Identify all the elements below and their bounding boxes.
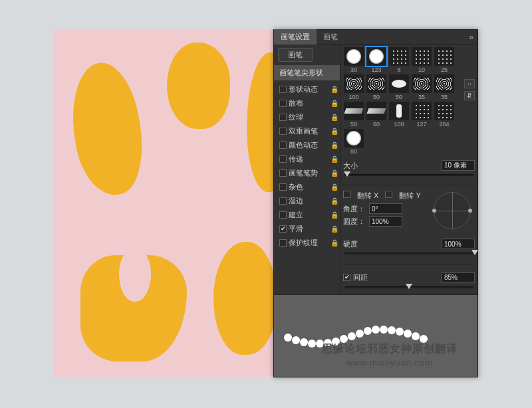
- spacing-label: 间距: [353, 272, 368, 282]
- brush-thumbnail[interactable]: 50: [343, 102, 364, 128]
- option-checkbox[interactable]: [279, 155, 287, 163]
- option-checkbox[interactable]: [279, 114, 287, 121]
- brush-thumbnail[interactable]: 50: [366, 74, 387, 100]
- hardness-slider[interactable]: [343, 249, 475, 260]
- option-label[interactable]: 湿边: [289, 196, 329, 206]
- brush-thumbnail[interactable]: 30: [343, 47, 364, 73]
- hardness-label: 硬度: [343, 239, 358, 249]
- option-label[interactable]: 形状动态: [289, 84, 329, 94]
- lock-icon[interactable]: 🔒: [331, 239, 338, 247]
- brush-thumbnail[interactable]: 80: [343, 129, 364, 155]
- tab-brush-settings[interactable]: 画笔设置: [274, 29, 317, 45]
- spacing-slider[interactable]: [343, 283, 475, 294]
- lock-icon[interactable]: 🔒: [331, 155, 338, 163]
- artwork-shape: [65, 58, 150, 199]
- brush-thumbnail[interactable]: 284: [434, 102, 455, 128]
- brush-thumbnail[interactable]: 8: [388, 47, 410, 73]
- option-checkbox[interactable]: [279, 183, 287, 191]
- lock-icon[interactable]: 🔒: [331, 183, 338, 191]
- lock-icon[interactable]: 🔒: [331, 142, 338, 149]
- angle-label: 角度：: [343, 204, 365, 214]
- option-label[interactable]: 散布: [289, 98, 329, 108]
- option-checkbox[interactable]: [279, 169, 287, 177]
- artwork-shape: [213, 242, 277, 355]
- panel-tabs: 画笔设置 画笔 »: [274, 30, 477, 45]
- option-label[interactable]: 杂色: [289, 182, 329, 192]
- brush-presets-button[interactable]: 画笔: [278, 48, 313, 62]
- spacing-input[interactable]: [442, 272, 475, 283]
- angle-input[interactable]: [369, 203, 402, 214]
- option-label[interactable]: 建立: [289, 210, 329, 220]
- brush-thumbnail[interactable]: 123: [366, 47, 387, 73]
- flip-y-label: 翻转 Y: [399, 191, 420, 201]
- artwork-shape: [167, 43, 230, 129]
- option-checkbox[interactable]: [279, 128, 287, 135]
- option-label[interactable]: 双重画笔: [289, 126, 329, 136]
- option-label[interactable]: 纹理: [289, 112, 329, 122]
- reset-size-icon[interactable]: ↔: [464, 79, 475, 88]
- brush-thumbnail[interactable]: 50: [388, 74, 410, 100]
- brush-settings-panel: 画笔设置 画笔 » 画笔 画笔笔尖形状 形状动态🔒散布🔒纹理🔒双重画笔🔒颜色动态…: [273, 29, 478, 377]
- brush-thumbnail[interactable]: 25: [434, 47, 455, 73]
- size-label: 大小: [343, 161, 358, 171]
- option-checkbox[interactable]: [279, 100, 287, 107]
- roundness-label: 圆度：: [343, 217, 365, 227]
- brush-thumbnail[interactable]: 35: [411, 74, 432, 100]
- flip-x-checkbox[interactable]: [343, 191, 350, 198]
- option-label[interactable]: 颜色动态: [289, 140, 329, 150]
- lock-icon[interactable]: 🔒: [331, 225, 338, 233]
- lock-icon[interactable]: 🔒: [331, 169, 338, 177]
- size-slider[interactable]: [343, 171, 475, 182]
- option-checkbox[interactable]: [279, 239, 287, 247]
- roundness-input[interactable]: [369, 216, 402, 227]
- option-label[interactable]: 画笔笔势: [289, 168, 329, 178]
- option-checkbox[interactable]: [279, 197, 287, 205]
- flip-x-label: 翻转 X: [357, 191, 378, 201]
- lock-icon[interactable]: 🔒: [331, 128, 338, 135]
- option-checkbox[interactable]: [279, 86, 287, 93]
- brush-preview: 思缘论坛邪恶女神原创翻译 www.missyuan.com: [274, 294, 477, 377]
- brush-thumbnail[interactable]: 100: [343, 74, 364, 100]
- option-checkbox[interactable]: [279, 225, 287, 233]
- option-label[interactable]: 保护纹理: [289, 238, 329, 248]
- flip-icon[interactable]: ⇵: [464, 91, 475, 100]
- lock-icon[interactable]: 🔒: [331, 197, 338, 205]
- flip-y-checkbox[interactable]: [385, 191, 392, 198]
- option-label[interactable]: 平滑: [289, 224, 329, 234]
- brush-thumbnail[interactable]: 127: [411, 102, 432, 128]
- option-checkbox[interactable]: [279, 211, 287, 219]
- brush-thumbnail[interactable]: 35: [434, 74, 455, 100]
- lock-icon[interactable]: 🔒: [331, 211, 338, 219]
- size-input[interactable]: [442, 160, 475, 171]
- watermark: 思缘论坛邪恶女神原创翻译 www.missyuan.com: [322, 342, 458, 367]
- options-column: 画笔 画笔笔尖形状 形状动态🔒散布🔒纹理🔒双重画笔🔒颜色动态🔒传递🔒画笔笔势🔒杂…: [274, 45, 340, 297]
- option-label[interactable]: 传递: [289, 154, 329, 164]
- collapse-icon[interactable]: »: [465, 33, 477, 42]
- brush-thumbnail[interactable]: 100: [388, 102, 410, 128]
- settings-column: 301238102510050503535506010012728480 ↔ ⇵…: [340, 45, 477, 297]
- brush-thumbnail[interactable]: 60: [366, 102, 387, 128]
- option-checkbox[interactable]: [279, 142, 287, 149]
- lock-icon[interactable]: 🔒: [331, 114, 338, 121]
- hardness-input[interactable]: [442, 239, 475, 249]
- lock-icon[interactable]: 🔒: [331, 100, 338, 107]
- lock-icon[interactable]: 🔒: [331, 86, 338, 93]
- brush-thumbnail[interactable]: 10: [411, 47, 432, 73]
- brush-tip-shape-header[interactable]: 画笔笔尖形状: [274, 65, 340, 80]
- artwork-shape: [80, 255, 187, 361]
- brush-grid: 301238102510050503535506010012728480: [343, 47, 475, 155]
- orientation-control[interactable]: [434, 192, 471, 229]
- tab-brushes[interactable]: 画笔: [317, 29, 344, 45]
- spacing-checkbox[interactable]: [343, 274, 350, 281]
